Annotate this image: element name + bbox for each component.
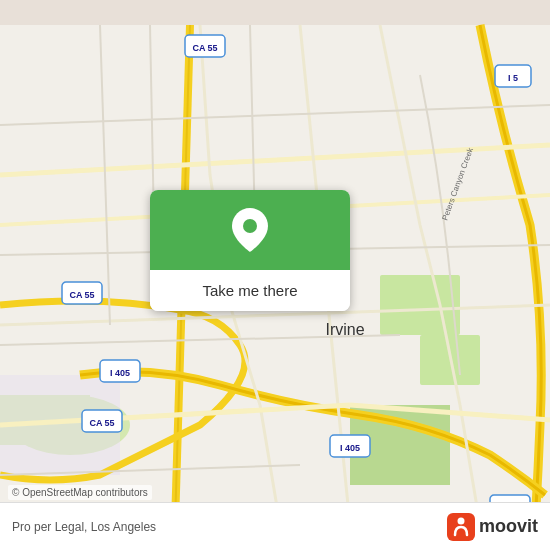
location-pin-icon <box>232 208 268 252</box>
svg-text:CA 55: CA 55 <box>69 290 94 300</box>
svg-point-37 <box>243 219 257 233</box>
moovit-icon <box>447 513 475 541</box>
place-info: Pro per Legal, Los Angeles <box>12 520 156 534</box>
svg-text:I 405: I 405 <box>340 443 360 453</box>
moovit-branding: moovit <box>447 513 538 541</box>
map-container: CA 55 CA 55 CA 55 I 5 I 405 I 405 I 405 … <box>0 0 550 550</box>
card-header <box>150 190 350 270</box>
svg-text:CA 55: CA 55 <box>192 43 217 53</box>
take-me-there-card: Take me there <box>150 190 350 311</box>
svg-text:Irvine: Irvine <box>325 321 364 338</box>
svg-text:CA 55: CA 55 <box>89 418 114 428</box>
svg-point-39 <box>457 517 464 524</box>
moovit-logo: moovit <box>447 513 538 541</box>
moovit-text: moovit <box>479 516 538 537</box>
svg-rect-1 <box>380 275 460 335</box>
bottom-bar: Pro per Legal, Los Angeles moovit <box>0 502 550 550</box>
svg-text:I 405: I 405 <box>110 368 130 378</box>
map-attribution: © OpenStreetMap contributors <box>8 485 152 500</box>
svg-text:I 5: I 5 <box>508 73 518 83</box>
place-name: Pro per Legal, Los Angeles <box>12 520 156 534</box>
take-me-there-button[interactable]: Take me there <box>150 270 350 311</box>
